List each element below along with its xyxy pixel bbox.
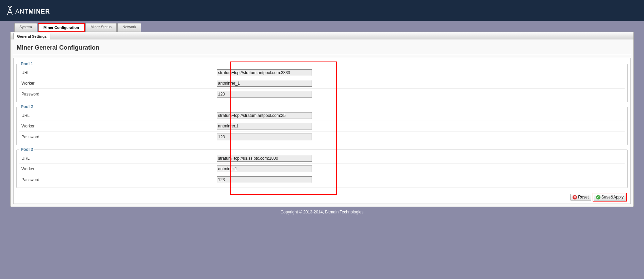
svg-point-5 <box>8 6 9 7</box>
highlight-tab: Miner Configuration <box>38 23 85 32</box>
svg-line-0 <box>7 8 10 15</box>
pool-3-worker-row: Worker <box>19 164 625 174</box>
label-url: URL <box>19 113 217 118</box>
pool-3-fieldset: Pool 3 URL Worker Password <box>16 147 628 188</box>
pool-1-password-row: Password <box>19 89 625 99</box>
pool-2-password-row: Password <box>19 132 625 142</box>
pool-2-legend: Pool 2 <box>19 104 34 109</box>
pool-1-legend: Pool 1 <box>19 62 34 66</box>
tab-system[interactable]: System <box>14 23 37 32</box>
save-label: Save&Apply <box>601 195 624 199</box>
pool-3-worker-input[interactable] <box>217 165 312 172</box>
form-wrap: Pool 1 URL Worker Password Pool 2 URL <box>11 55 633 207</box>
save-apply-button[interactable]: ✓ Save&Apply <box>594 194 626 200</box>
label-worker: Worker <box>19 167 217 171</box>
subtab-general-settings[interactable]: General Settings <box>13 33 50 39</box>
page-title: Miner General Configuration <box>13 39 631 55</box>
svg-line-1 <box>10 8 12 15</box>
highlight-save-box: ✓ Save&Apply <box>593 193 627 202</box>
pool-3-url-input[interactable] <box>217 155 312 162</box>
pool-2-fieldset: Pool 2 URL Worker Password <box>16 104 628 145</box>
pool-1-url-row: URL <box>19 68 625 78</box>
pool-1-password-input[interactable] <box>217 91 312 98</box>
label-password: Password <box>19 177 217 182</box>
label-password: Password <box>19 92 217 97</box>
check-icon: ✓ <box>596 195 600 199</box>
actions: ✕ Reset ✓ Save&Apply <box>570 193 627 202</box>
pool-1-worker-input[interactable] <box>217 80 312 87</box>
reset-label: Reset <box>578 195 589 199</box>
pool-2-worker-row: Worker <box>19 121 625 132</box>
pool-1-url-input[interactable] <box>217 69 312 76</box>
tabs-primary: System Miner Configuration Miner Status … <box>0 21 644 32</box>
label-url: URL <box>19 70 217 75</box>
label-worker: Worker <box>19 81 217 86</box>
pool-2-url-input[interactable] <box>217 112 312 119</box>
subtabs: General Settings <box>11 32 633 39</box>
label-worker: Worker <box>19 124 217 128</box>
logo: ANTMINER <box>6 6 50 15</box>
logo-text: ANTMINER <box>15 8 50 15</box>
tab-miner-status[interactable]: Miner Status <box>85 23 117 32</box>
tab-network[interactable]: Network <box>117 23 141 32</box>
pool-3-password-input[interactable] <box>217 176 312 183</box>
pool-1-worker-row: Worker <box>19 78 625 89</box>
close-icon: ✕ <box>573 195 577 199</box>
pool-3-legend: Pool 3 <box>19 147 34 152</box>
pool-1-fieldset: Pool 1 URL Worker Password <box>16 62 628 102</box>
header: ANTMINER <box>0 0 644 21</box>
svg-point-6 <box>11 6 12 7</box>
pool-2-url-row: URL <box>19 110 625 121</box>
content-card: General Settings Miner General Configura… <box>10 32 634 207</box>
antenna-icon <box>6 6 14 15</box>
pool-3-password-row: Password <box>19 174 625 185</box>
label-url: URL <box>19 156 217 161</box>
inner-panel: Pool 1 URL Worker Password Pool 2 URL <box>13 58 631 204</box>
reset-button[interactable]: ✕ Reset <box>570 194 591 200</box>
pool-3-url-row: URL <box>19 153 625 164</box>
tab-miner-configuration[interactable]: Miner Configuration <box>38 24 84 31</box>
footer: Copyright © 2013-2014, Bitmain Technolog… <box>0 207 644 217</box>
pool-2-password-input[interactable] <box>217 134 312 140</box>
pool-2-worker-input[interactable] <box>217 123 312 129</box>
label-password: Password <box>19 135 217 139</box>
